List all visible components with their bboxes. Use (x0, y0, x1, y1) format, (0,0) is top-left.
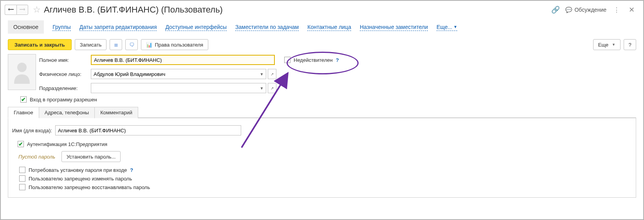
subtab-addresses[interactable]: Адреса, телефоны (39, 107, 95, 118)
person-dropdown-button[interactable]: ▼ (258, 69, 266, 79)
deny-change-pass-label: Пользователю запрещено изменять пароль (29, 176, 132, 182)
list-view-button[interactable]: ≣ (110, 39, 122, 50)
more-button[interactable]: Еще ▼ (593, 39, 621, 50)
person-open-button[interactable]: ↗ (268, 69, 276, 79)
subtab-comment[interactable]: Комментарий (95, 107, 138, 118)
login-name-input[interactable] (55, 125, 241, 135)
save-close-button[interactable]: Записать и закрыть (8, 39, 72, 50)
inactive-label: Недействителен (294, 57, 333, 63)
full-name-input[interactable] (91, 55, 275, 65)
speech-icon: 🗨 (129, 42, 134, 48)
navtab-groups[interactable]: Группы (52, 23, 71, 31)
auth-1c-checkbox[interactable]: ✔ (18, 141, 24, 147)
save-button[interactable]: Записать (75, 39, 107, 50)
kebab-menu-icon[interactable]: ⋮ (612, 6, 621, 14)
user-rights-label: Права пользователя (155, 42, 203, 48)
chevron-down-icon: ▼ (612, 43, 615, 47)
navtab-main[interactable]: Основное (8, 20, 44, 34)
nav-forward-button: 🠖 (16, 5, 28, 15)
more-label: Еще (598, 42, 608, 48)
login-allowed-checkbox[interactable]: ✔ (20, 96, 27, 103)
navtab-task-subs[interactable]: Заместители по задачам (235, 23, 299, 31)
deny-restore-pass-checkbox[interactable] (19, 184, 25, 190)
auth-1c-label: Аутентификация 1С:Предприятия (27, 141, 107, 147)
svg-point-0 (17, 63, 27, 72)
deny-change-pass-checkbox[interactable] (19, 175, 25, 182)
dept-dropdown-button[interactable]: ▼ (258, 83, 266, 93)
deny-restore-pass-label: Пользователю запрещено восстанавливать п… (29, 184, 150, 190)
chart-icon: 📊 (146, 42, 152, 48)
person-input[interactable] (91, 69, 258, 79)
link-icon[interactable]: 🔗 (551, 5, 560, 14)
dept-input[interactable] (91, 83, 258, 93)
set-password-button[interactable]: Установить пароль... (61, 151, 121, 162)
login-allowed-label: Вход в программу разрешен (30, 97, 97, 103)
person-silhouette-icon (12, 60, 32, 84)
full-name-label: Полное имя: (39, 57, 87, 63)
dept-label: Подразделение: (39, 85, 87, 91)
avatar[interactable] (8, 54, 36, 90)
navtab-assigned-subs[interactable]: Назначенные заместители (360, 23, 428, 31)
help-button[interactable]: ? (624, 39, 636, 50)
inactive-help-icon[interactable]: ? (336, 57, 339, 63)
discuss-button[interactable]: 💬 Обсуждение (565, 7, 606, 13)
comments-button[interactable]: 🗨 (125, 39, 138, 50)
require-pass-label: Потребовать установку пароля при входе (29, 167, 127, 173)
chat-icon: 💬 (565, 7, 572, 13)
navtab-contacts[interactable]: Контактные лица (307, 23, 351, 31)
navtab-more[interactable]: Еще... ▼ (437, 23, 457, 31)
empty-password-label: Пустой пароль (18, 154, 55, 160)
list-icon: ≣ (114, 42, 118, 48)
navtab-more-label: Еще... (437, 23, 452, 31)
page-title: Агличев В.В. (БИТ.ФИНАНС) (Пользователь) (44, 5, 551, 15)
require-pass-checkbox[interactable] (19, 167, 25, 173)
discuss-label: Обсуждение (574, 7, 606, 13)
chevron-down-icon: ▼ (453, 23, 457, 31)
inactive-checkbox[interactable] (284, 57, 290, 63)
require-pass-help-icon[interactable]: ? (130, 167, 133, 173)
navtab-interfaces[interactable]: Доступные интерфейсы (165, 23, 227, 31)
login-name-label: Имя (для входа): (12, 128, 52, 133)
dept-open-button[interactable]: ↗ (268, 83, 276, 93)
subtab-main[interactable]: Главное (8, 107, 39, 118)
favorite-star-icon[interactable]: ☆ (33, 5, 41, 15)
person-label: Физическое лицо: (39, 71, 87, 77)
close-icon[interactable]: ✕ (626, 5, 637, 14)
navtab-edit-lock-dates[interactable]: Даты запрета редактирования (79, 23, 157, 31)
user-rights-button[interactable]: 📊 Права пользователя (141, 39, 208, 50)
nav-back-button[interactable]: 🠔 (5, 5, 16, 15)
